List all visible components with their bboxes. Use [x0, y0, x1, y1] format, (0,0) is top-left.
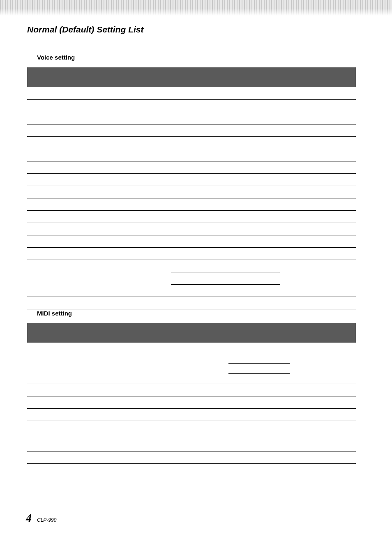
voice-setting-table — [27, 67, 356, 309]
midi-setting-table — [27, 323, 356, 464]
table-row — [27, 247, 356, 260]
table-header-cell — [290, 323, 356, 343]
table-row — [27, 112, 356, 124]
table-row — [27, 384, 356, 396]
table-row — [27, 451, 356, 463]
table-header-row — [27, 323, 356, 343]
table-row — [27, 439, 356, 451]
table-row — [27, 149, 356, 161]
table-row — [27, 235, 356, 247]
table-header-row — [27, 67, 356, 87]
table-header-cell — [280, 67, 356, 87]
section-heading-midi: MIDI setting — [37, 310, 72, 317]
table-row — [27, 186, 356, 198]
table-row — [27, 408, 356, 421]
table-header-cell — [171, 67, 280, 87]
table-header-cell — [27, 323, 228, 343]
table-row — [27, 210, 356, 223]
table-header-cell — [27, 67, 171, 87]
table-row — [27, 223, 356, 235]
table-row — [27, 421, 356, 439]
page-number: 4 — [26, 511, 32, 525]
table-row — [27, 161, 356, 173]
table-row — [27, 124, 356, 136]
table-row — [27, 136, 356, 149]
table-row — [27, 260, 356, 272]
model-label: CLP-990 — [37, 517, 56, 523]
table-row — [27, 99, 356, 112]
section-heading-voice: Voice setting — [37, 54, 75, 61]
table-row — [27, 198, 356, 210]
table-row — [27, 396, 356, 408]
table-header-cell — [228, 323, 290, 343]
page-title: Normal (Default) Setting List — [27, 25, 144, 35]
table-row — [27, 343, 356, 353]
table-row — [27, 87, 356, 99]
table-row — [27, 173, 356, 186]
table-row — [27, 297, 356, 309]
decorative-fade — [0, 0, 392, 16]
